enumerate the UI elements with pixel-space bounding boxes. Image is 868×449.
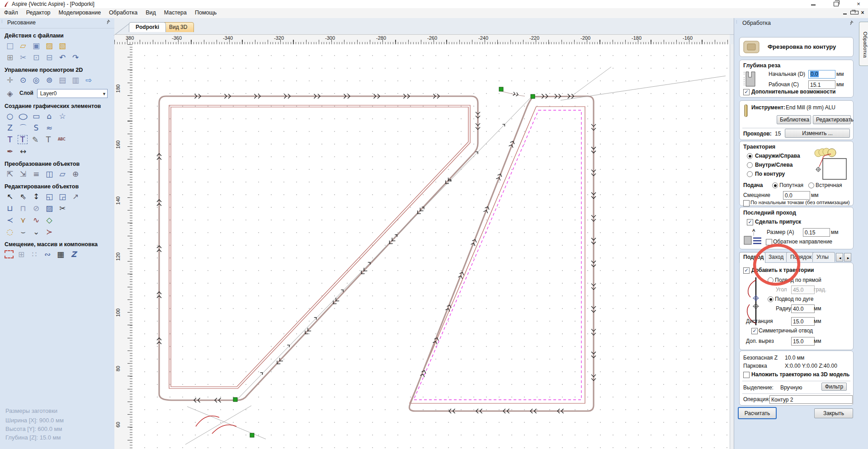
fit-curve-icon[interactable]: ⋎ — [18, 215, 28, 225]
subtract-vectors-icon[interactable]: ⊓ — [18, 203, 28, 214]
overcut-input[interactable] — [791, 337, 815, 346]
redo-icon[interactable]: ↷ — [70, 52, 81, 63]
tool-library-button[interactable]: Библиотека — [777, 115, 811, 124]
radius-input[interactable] — [791, 304, 815, 313]
tabs-scroll-right-button[interactable]: ▸ — [844, 253, 851, 262]
intersect-vectors-icon[interactable]: ⊘ — [31, 203, 42, 214]
menu-обработка[interactable]: Обработка — [105, 8, 142, 17]
tab-zahod[interactable]: Заход — [764, 252, 788, 262]
panel-grip[interactable]: ⁞ — [1, 19, 2, 24]
dimension-icon[interactable]: ↔ — [18, 146, 28, 157]
distance-input[interactable] — [791, 317, 815, 326]
align-objects-icon[interactable]: ≡ — [31, 168, 42, 179]
circular-array-icon[interactable]: ∷ — [29, 249, 40, 260]
inside-radio[interactable] — [747, 162, 753, 168]
mdi-close-button[interactable]: × — [859, 9, 866, 16]
operation-input[interactable] — [769, 395, 853, 404]
close-button[interactable]: × — [851, 0, 866, 7]
make-allowance-checkbox[interactable]: ✓ — [747, 219, 753, 225]
pin-icon[interactable] — [106, 19, 111, 26]
leadin-arc-radio[interactable] — [768, 296, 774, 302]
draw-star-icon[interactable]: ☆ — [57, 111, 68, 122]
switch-view-icon[interactable]: ⇨ — [83, 75, 94, 85]
copy-icon[interactable]: ⊡ — [31, 52, 42, 63]
side-tab-obrabotka[interactable]: Обработка — [859, 22, 868, 66]
open-file-icon[interactable]: ▱ — [18, 40, 28, 51]
smooth-curve-icon[interactable]: ∿ — [31, 215, 42, 225]
close-panel-button[interactable]: Закрыть — [814, 408, 853, 418]
zoom-extents-icon[interactable]: ▤ — [57, 75, 68, 85]
select-cursor-icon[interactable]: ↖ — [5, 191, 15, 202]
drawing-canvas[interactable] — [132, 44, 730, 449]
draw-circle-icon[interactable]: ○ — [5, 111, 15, 122]
text-on-curve-icon[interactable]: ABC — [56, 134, 67, 145]
offset-vectors-icon[interactable] — [5, 250, 14, 258]
menu-вид[interactable]: Вид — [142, 8, 160, 17]
zoom-interactive-icon[interactable]: ⊙ — [18, 75, 28, 85]
allowance-size-input[interactable] — [803, 228, 830, 237]
draw-rectangle-icon[interactable]: ▭ — [31, 111, 42, 122]
tab-ugly[interactable]: Углы — [812, 252, 835, 262]
measure-icon[interactable]: ↗ — [70, 191, 81, 202]
tab-podvod[interactable]: Подвод — [739, 252, 765, 263]
draw-arc-icon[interactable]: ⌒ — [18, 122, 28, 133]
passes-change-button[interactable]: Изменить ... — [785, 129, 850, 138]
text-selection-icon[interactable]: T — [43, 134, 54, 145]
copy-along-curve-icon[interactable]: ∾ — [42, 249, 53, 260]
toolpath-drawing[interactable] — [132, 44, 730, 449]
tabs-scroll-left-button[interactable]: ◂ — [836, 253, 843, 262]
import-file-icon[interactable]: ▨ — [44, 40, 55, 51]
scale-object-icon[interactable]: ⇲ — [18, 168, 28, 179]
reverse-checkbox[interactable] — [766, 239, 772, 245]
leadin-line-radio[interactable] — [768, 277, 774, 283]
paste-icon[interactable]: ⊟ — [44, 52, 55, 63]
draw-text-box-icon[interactable]: T — [18, 135, 28, 144]
weld-vectors-icon[interactable]: ⊔ — [5, 203, 15, 214]
zoom-selection-icon[interactable]: ⊚ — [44, 75, 55, 85]
tab-3d-view[interactable]: Вид 3D — [162, 22, 194, 32]
edit-curve-icon[interactable]: ≺ — [5, 215, 15, 225]
calculate-button[interactable]: Расчитать — [738, 407, 776, 419]
draw-text-icon[interactable]: T — [5, 134, 15, 145]
page-view-icon[interactable]: ▥ — [70, 75, 81, 85]
menu-редактор[interactable]: Редактор — [22, 8, 55, 17]
draw-polygon-icon[interactable]: ⌂ — [44, 111, 55, 122]
draw-sketch-icon[interactable]: ≈ — [44, 122, 55, 133]
filter-button[interactable]: Фильтр — [821, 383, 847, 391]
start-points-checkbox[interactable] — [743, 200, 750, 206]
on-contour-radio[interactable] — [747, 171, 753, 177]
draw-ellipse-icon[interactable]: ○ — [15, 111, 31, 122]
panel-grip[interactable]: ⁞ — [736, 20, 737, 24]
outside-radio[interactable] — [747, 153, 753, 159]
tool-edit-button[interactable]: Редактировать — [813, 115, 851, 124]
export-file-icon[interactable]: ▧ — [57, 40, 68, 51]
menu-файл[interactable]: Файл — [0, 8, 22, 17]
array-copy-icon[interactable]: ⊞ — [16, 249, 27, 260]
save-file-icon[interactable]: ▣ — [31, 40, 42, 51]
join-with-curve-icon[interactable]: ≻ — [44, 226, 55, 237]
ungroup-objects-icon[interactable]: ◲ — [57, 191, 68, 202]
menu-моделирование[interactable]: Моделирование — [55, 8, 105, 17]
layer-dropdown[interactable]: Layer0▼ — [37, 89, 108, 98]
start-depth-input[interactable]: 0.0 — [808, 70, 835, 79]
mirror-object-icon[interactable]: ◫ — [44, 168, 55, 179]
new-file-icon[interactable]: □ — [5, 40, 15, 51]
nesting-icon[interactable]: ▦ — [55, 249, 66, 260]
group-objects-icon[interactable]: ◱ — [44, 191, 55, 202]
set-position-icon[interactable]: ⊕ — [70, 168, 81, 179]
cut-icon[interactable]: ✂ — [18, 52, 28, 63]
mdi-restore-button[interactable] — [850, 10, 858, 15]
pan-icon[interactable]: ✛ — [5, 75, 15, 85]
offset-input[interactable] — [783, 191, 810, 200]
distort-object-icon[interactable]: ▱ — [57, 168, 68, 179]
conventional-radio[interactable] — [808, 182, 814, 188]
job-setup-icon[interactable]: ⊞ — [5, 52, 15, 63]
tab-podporki[interactable]: Podporki — [129, 22, 166, 32]
draw-feather-icon[interactable]: ✒ — [5, 146, 15, 157]
climb-radio[interactable] — [772, 182, 778, 188]
minimize-button[interactable] — [806, 0, 821, 7]
menu-помощь[interactable]: Помощь — [191, 8, 221, 17]
project-3d-checkbox[interactable] — [743, 372, 750, 378]
restore-button[interactable] — [828, 0, 844, 7]
move-object-icon[interactable]: ⇱ — [5, 168, 15, 179]
